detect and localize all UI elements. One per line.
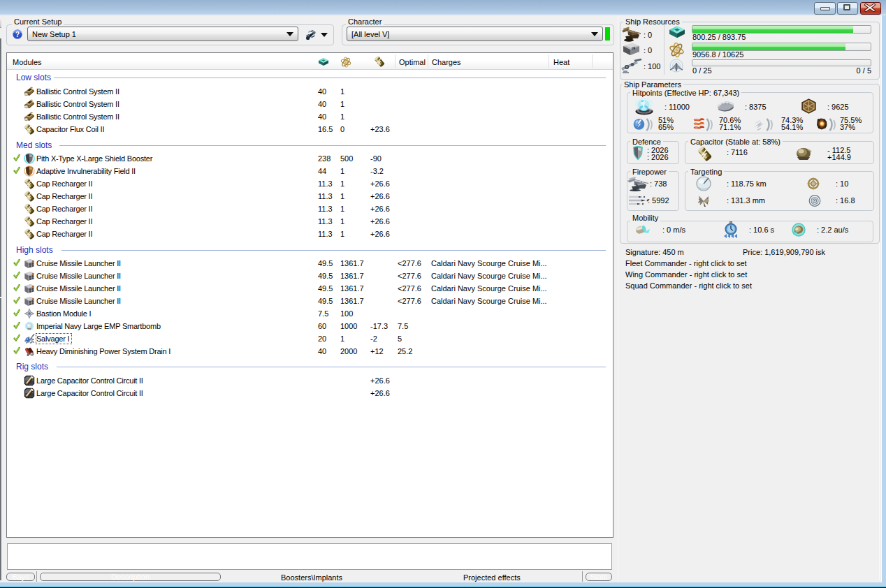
svg-text:?: ? [15, 30, 20, 38]
